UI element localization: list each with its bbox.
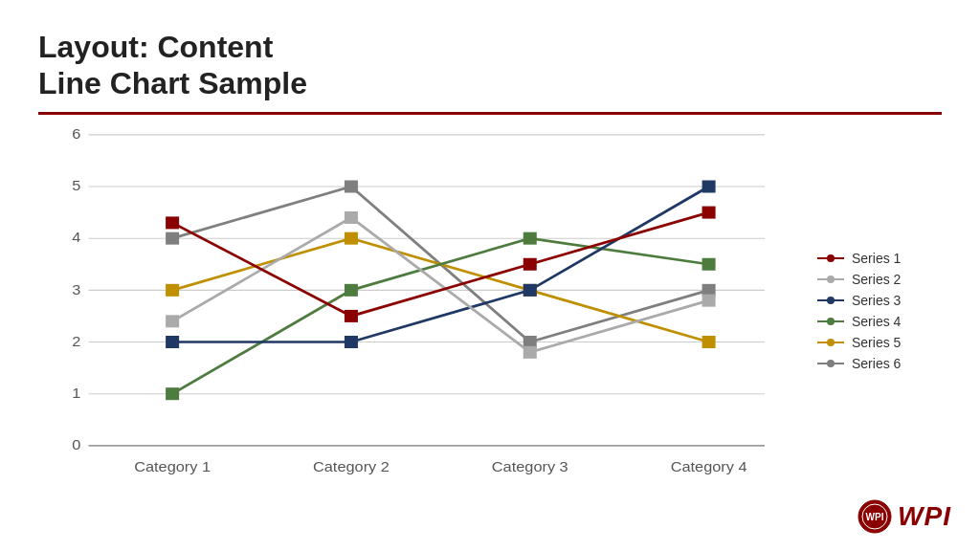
slide: Layout: Content Line Chart Sample — [0, 0, 980, 551]
svg-text:Category 1: Category 1 — [134, 458, 211, 474]
svg-text:2: 2 — [72, 333, 80, 348]
legend-label-series1: Series 1 — [852, 251, 901, 266]
legend-label-series5: Series 5 — [852, 335, 901, 350]
legend-item-series1: Series 1 — [817, 251, 942, 266]
svg-rect-31 — [166, 336, 179, 348]
svg-text:0: 0 — [72, 436, 80, 452]
wpi-text: WPI — [898, 501, 951, 532]
svg-rect-41 — [523, 258, 537, 271]
slide-title: Layout: Content Line Chart Sample — [38, 29, 942, 102]
svg-rect-32 — [345, 336, 358, 348]
svg-rect-34 — [702, 180, 716, 192]
svg-text:WPI: WPI — [866, 512, 884, 522]
svg-rect-36 — [345, 211, 358, 224]
svg-rect-33 — [523, 284, 537, 297]
svg-rect-28 — [345, 284, 358, 297]
chart-svg: 0 1 2 3 4 5 6 Category 1 Category 2 Cate… — [38, 124, 798, 497]
svg-text:Category 4: Category 4 — [671, 458, 747, 474]
legend-label-series3: Series 3 — [852, 293, 901, 308]
legend-label-series6: Series 6 — [852, 356, 901, 371]
svg-rect-26 — [702, 336, 716, 348]
title-area: Layout: Content Line Chart Sample — [38, 29, 942, 102]
svg-rect-27 — [166, 387, 179, 400]
svg-text:Category 3: Category 3 — [492, 458, 568, 474]
svg-rect-35 — [166, 315, 179, 327]
svg-rect-40 — [345, 310, 358, 322]
wpi-logo: WPI WPI — [858, 499, 951, 534]
svg-rect-19 — [166, 231, 179, 244]
legend-item-series3: Series 3 — [817, 293, 942, 308]
svg-text:1: 1 — [72, 385, 80, 400]
chart-container: 0 1 2 3 4 5 6 Category 1 Category 2 Cate… — [38, 124, 942, 497]
svg-rect-38 — [702, 294, 716, 306]
title-rule — [38, 112, 942, 115]
legend-area: Series 1 Series 2 Series 3 — [808, 124, 942, 497]
legend-item-series2: Series 2 — [817, 272, 942, 287]
svg-text:Category 2: Category 2 — [313, 458, 390, 474]
svg-rect-30 — [702, 258, 716, 271]
svg-text:6: 6 — [72, 125, 80, 141]
svg-text:5: 5 — [72, 178, 80, 193]
svg-rect-39 — [166, 216, 179, 229]
wpi-seal-icon: WPI — [858, 499, 892, 534]
legend-item-series5: Series 5 — [817, 335, 942, 350]
svg-rect-42 — [702, 206, 716, 218]
svg-text:3: 3 — [72, 281, 80, 297]
legend-label-series4: Series 4 — [852, 314, 901, 329]
legend-item-series4: Series 4 — [817, 314, 942, 329]
legend-label-series2: Series 2 — [852, 272, 901, 287]
svg-rect-29 — [523, 231, 537, 244]
svg-rect-23 — [166, 284, 179, 297]
svg-text:4: 4 — [72, 230, 80, 245]
svg-rect-37 — [523, 346, 537, 359]
svg-rect-24 — [345, 231, 358, 244]
legend-item-series6: Series 6 — [817, 356, 942, 371]
svg-rect-20 — [345, 180, 358, 192]
chart-area: 0 1 2 3 4 5 6 Category 1 Category 2 Cate… — [38, 124, 798, 497]
